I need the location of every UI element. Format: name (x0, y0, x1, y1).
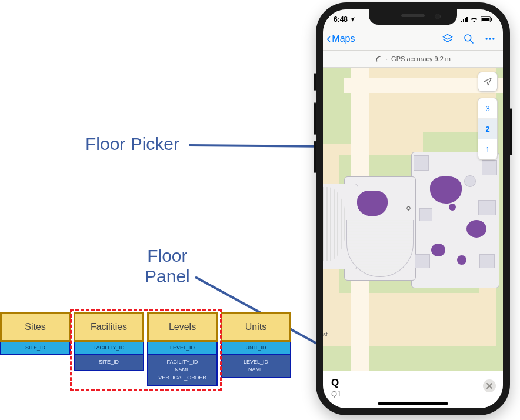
panel-close-button[interactable] (483, 379, 496, 392)
status-time: 6:48 (334, 15, 348, 24)
schema-tables: Sites SITE_ID Facilities FACILITY_ID SIT… (0, 312, 292, 417)
table-header: Sites (0, 312, 71, 342)
map-building-label: Q (406, 205, 411, 211)
signal-icon (461, 17, 468, 22)
more-horizontal-icon (484, 33, 496, 45)
svg-line-6 (471, 40, 474, 43)
table-header: Units (221, 312, 291, 342)
locate-button[interactable] (478, 72, 498, 92)
panel-subtitle: Q1 (331, 389, 495, 398)
table-fk: LEVEL_ID NAME (221, 355, 291, 378)
locate-icon (483, 77, 492, 86)
panel-title: Q (331, 377, 495, 389)
layers-icon (442, 33, 454, 45)
gps-accuracy-bar: · GPS accuracy 9.2 m (323, 51, 503, 68)
map-view[interactable]: Q st 3 2 1 (323, 67, 503, 371)
svg-rect-3 (482, 18, 490, 21)
floor-button-1[interactable]: 1 (478, 139, 497, 159)
map-scale-text: st (323, 331, 328, 338)
table-sites: Sites SITE_ID (0, 312, 71, 355)
back-button[interactable]: ‹ Maps (326, 32, 355, 45)
svg-point-5 (465, 34, 471, 41)
notch (369, 9, 457, 25)
floor-picker: 3 2 1 (478, 98, 498, 160)
chevron-left-icon: ‹ (326, 32, 331, 45)
satellite-icon (375, 55, 382, 62)
svg-point-9 (492, 38, 494, 39)
floor-button-2[interactable]: 2 (478, 119, 497, 139)
table-pk: SITE_ID (0, 342, 71, 355)
screen: 6:48 ‹ Maps (323, 9, 503, 408)
layers-button[interactable] (442, 33, 454, 45)
home-indicator (378, 402, 448, 405)
svg-point-8 (489, 38, 491, 39)
svg-point-7 (486, 38, 488, 39)
floor-panel-label: Floor Panel (145, 246, 190, 286)
close-icon (486, 383, 492, 389)
highlight-box (70, 309, 222, 391)
phone-mockup: 6:48 ‹ Maps (316, 2, 510, 415)
battery-icon (481, 16, 492, 22)
table-units: Units UNIT_ID LEVEL_ID NAME (221, 312, 291, 378)
table-pk: UNIT_ID (221, 342, 291, 355)
location-arrow-icon (349, 16, 355, 22)
nav-bar: ‹ Maps (323, 27, 503, 51)
search-button[interactable] (463, 33, 475, 45)
svg-rect-4 (491, 18, 492, 21)
floor-button-3[interactable]: 3 (478, 98, 497, 119)
more-button[interactable] (484, 33, 496, 45)
svg-point-10 (376, 61, 378, 62)
floor-picker-label: Floor Picker (85, 134, 179, 155)
search-icon (463, 33, 475, 45)
wifi-icon (470, 16, 478, 22)
